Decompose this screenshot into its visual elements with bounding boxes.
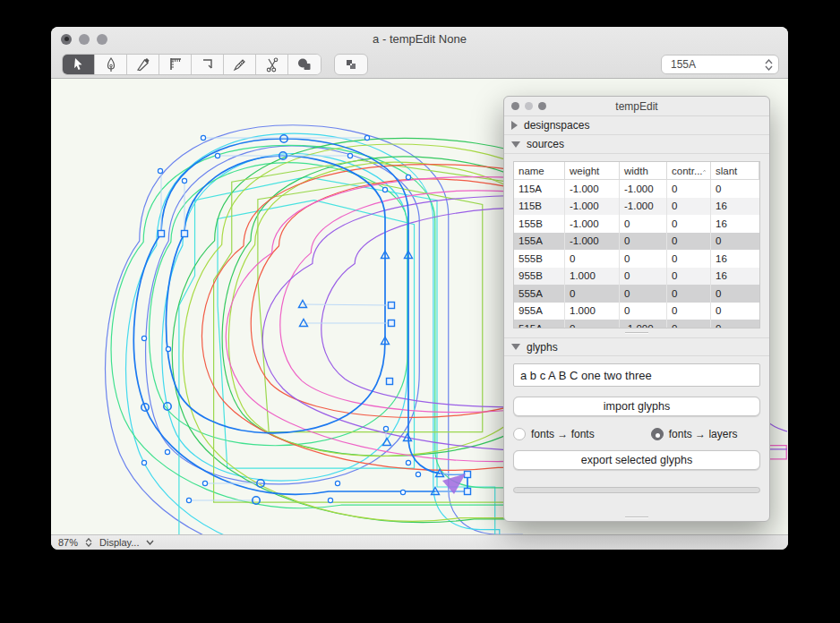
zoom-stepper[interactable] <box>85 538 92 547</box>
table-cell: 555B <box>514 250 565 268</box>
layers-icon <box>344 57 358 72</box>
pencil-icon <box>233 57 247 72</box>
glyph-outline <box>106 125 523 534</box>
table-cell: 0 <box>711 285 759 303</box>
corner-point <box>389 303 395 309</box>
offcurve-point <box>416 472 420 476</box>
radio-fonts-to-layers[interactable]: fonts → layers <box>651 428 738 440</box>
progress-track <box>513 487 760 493</box>
corner-tool-button[interactable] <box>192 55 224 74</box>
transform-tool-button[interactable] <box>256 55 288 74</box>
table-cell: -1.000 <box>620 198 667 216</box>
corner-point <box>387 379 393 385</box>
table-cell: name <box>514 162 565 179</box>
panel-resize-area[interactable] <box>504 493 769 521</box>
table-row[interactable]: 155A-1.000000 <box>514 233 759 251</box>
ruler-icon <box>168 57 183 72</box>
panel-title: tempEdit <box>504 100 769 113</box>
designspaces-section-header[interactable]: designspaces <box>504 116 769 135</box>
table-cell: 0 <box>667 320 711 329</box>
offcurve-point <box>165 449 169 454</box>
radio-circle-icon <box>513 428 526 440</box>
table-cell: 0 <box>667 198 711 216</box>
window-title: a - tempEdit None <box>51 32 788 46</box>
table-row[interactable]: 555B00016 <box>514 250 759 268</box>
offcurve-point <box>141 460 146 465</box>
offcurve-point <box>158 168 162 173</box>
table-cell: 0 <box>711 303 759 320</box>
sources-section-header[interactable]: sources <box>504 135 769 154</box>
table-resize-handle[interactable] <box>504 329 769 337</box>
table-cell: 0 <box>620 303 667 320</box>
layers-tool-button[interactable] <box>334 54 368 75</box>
table-header-row: nameweightwidthcontr...slant <box>514 162 759 180</box>
radio-circle-icon <box>651 428 664 440</box>
disclosure-collapsed-icon[interactable] <box>511 121 518 130</box>
table-row[interactable]: 155B-1.0000016 <box>514 215 759 233</box>
scissors-icon <box>265 57 279 73</box>
table-cell: 0 <box>565 285 620 303</box>
display-menu[interactable]: Display... <box>99 537 139 548</box>
pen-tool-button[interactable] <box>95 55 127 74</box>
disclosure-expanded-icon[interactable] <box>511 141 520 148</box>
tangent-point <box>383 439 391 446</box>
radio-fonts-to-fonts-label: fonts → fonts <box>531 428 595 440</box>
toolbar: 155A <box>51 51 788 78</box>
source-popup[interactable]: 155A <box>661 55 779 74</box>
pen-nib-icon <box>105 57 117 73</box>
offcurve-point <box>382 187 387 192</box>
table-row[interactable]: 555A0000 <box>514 285 759 303</box>
table-cell: -1.000 <box>565 198 620 216</box>
table-cell: slant <box>711 162 759 179</box>
table-cell: 0 <box>667 233 711 251</box>
table-cell: 155A <box>514 233 565 251</box>
glyphs-input[interactable]: a b c A B C one two three <box>513 363 760 387</box>
table-cell: 555A <box>514 285 565 303</box>
selection-tool-button[interactable] <box>63 55 95 74</box>
panel-titlebar[interactable]: tempEdit <box>504 97 769 116</box>
export-selected-glyphs-button[interactable]: export selected glyphs <box>513 450 760 470</box>
status-bar: 87% Display... <box>51 534 788 550</box>
table-cell: 0 <box>711 233 759 251</box>
shapes-tool-button[interactable] <box>288 55 321 74</box>
table-row[interactable]: 115B-1.000-1.000016 <box>514 198 759 216</box>
table-cell: 16 <box>711 215 759 233</box>
cursor-arrow-icon <box>72 57 85 72</box>
import-mode-radios: fonts → fonts fonts → layers <box>513 428 760 440</box>
table-row[interactable]: 115A-1.000-1.00000 <box>514 180 759 198</box>
radio-fonts-to-fonts[interactable]: fonts → fonts <box>513 428 595 440</box>
corner-point <box>182 231 188 237</box>
offcurve-point <box>406 175 410 179</box>
offcurve-point <box>328 498 332 502</box>
table-row[interactable]: 515A0-1.00000 <box>514 320 759 329</box>
table-cell: 0 <box>620 250 667 268</box>
offcurve-point <box>383 426 388 431</box>
table-cell: 115A <box>514 180 565 198</box>
table-cell: 0 <box>711 180 759 198</box>
table-cell: 1.000 <box>565 303 620 320</box>
zoom-level[interactable]: 87% <box>58 537 78 548</box>
glyphs-section-header[interactable]: glyphs <box>504 337 769 356</box>
table-row[interactable]: 955B1.0000016 <box>514 268 759 286</box>
table-cell: 16 <box>711 250 759 268</box>
offcurve-point <box>201 135 205 140</box>
table-cell: -1.000 <box>620 320 667 329</box>
popup-stepper-icon <box>765 59 773 71</box>
table-row[interactable]: 955A1.000000 <box>514 303 759 320</box>
corner-point <box>159 231 165 237</box>
table-cell: contr... <box>667 162 711 179</box>
titlebar[interactable]: a - tempEdit None <box>51 27 788 51</box>
pencil-tool-button[interactable] <box>224 55 256 74</box>
disclosure-expanded-icon[interactable] <box>511 344 520 350</box>
knife-tool-button[interactable] <box>127 55 159 74</box>
sources-label: sources <box>527 138 564 150</box>
import-glyphs-button[interactable]: import glyphs <box>513 397 760 416</box>
offcurve-point <box>364 135 369 140</box>
measure-tool-button[interactable] <box>159 55 192 74</box>
offcurve-point <box>406 460 410 465</box>
table-cell: 0 <box>711 320 759 329</box>
table-cell: 16 <box>711 268 759 286</box>
sources-table[interactable]: nameweightwidthcontr...slant 115A-1.000-… <box>513 161 760 329</box>
table-cell: 955A <box>514 303 565 320</box>
table-cell: -1.000 <box>620 180 667 198</box>
